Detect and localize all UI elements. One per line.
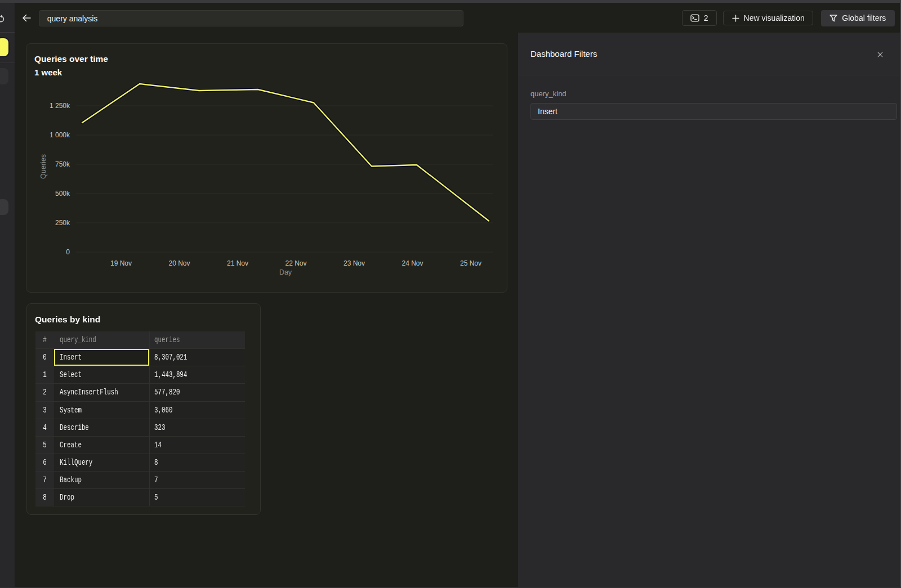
svg-text:21 Nov: 21 Nov <box>227 259 248 267</box>
svg-text:1 000k: 1 000k <box>50 131 70 139</box>
svg-text:Day: Day <box>279 268 292 276</box>
svg-text:0: 0 <box>66 248 70 256</box>
svg-text:25 Nov: 25 Nov <box>460 259 481 267</box>
svg-text:Queries: Queries <box>39 154 47 179</box>
svg-text:22 Nov: 22 Nov <box>285 259 306 267</box>
svg-text:250k: 250k <box>55 219 70 227</box>
svg-text:20 Nov: 20 Nov <box>168 259 190 267</box>
svg-text:1 250k: 1 250k <box>50 102 70 110</box>
svg-text:750k: 750k <box>55 160 70 168</box>
svg-text:19 Nov: 19 Nov <box>110 259 132 267</box>
svg-text:24 Nov: 24 Nov <box>402 259 423 267</box>
svg-text:500k: 500k <box>55 190 70 198</box>
svg-text:23 Nov: 23 Nov <box>344 259 365 267</box>
